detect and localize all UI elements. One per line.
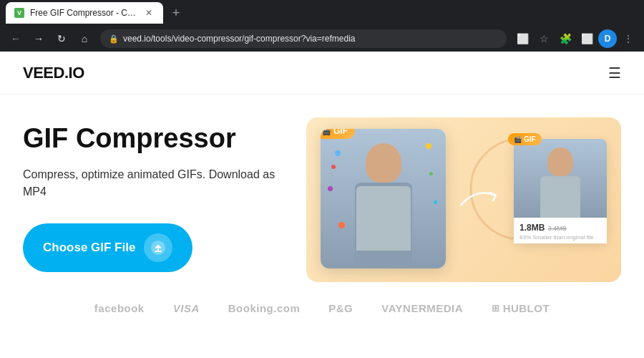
hero-title: GIF Compressor xyxy=(23,123,278,155)
brand-visa: VISA xyxy=(173,302,200,314)
more-options-icon[interactable]: ⋮ xyxy=(618,29,638,49)
browser-toolbar: ← → ↻ ⌂ 🔒 veed.io/tools/video-compressor… xyxy=(0,26,644,52)
confetti-6 xyxy=(434,200,437,204)
toolbar-actions: ⬜ ☆ 🧩 ⬜ D ⋮ xyxy=(512,29,638,49)
hero-description: Compress, optimize animated GIFs. Downlo… xyxy=(23,166,278,200)
url-text: veed.io/tools/video-compressor/gif-compr… xyxy=(123,34,355,44)
profile-avatar[interactable]: D xyxy=(598,29,617,48)
gif-badge-original: 🎬 GIF xyxy=(321,129,355,139)
upload-icon xyxy=(144,233,172,262)
new-tab-button[interactable]: + xyxy=(166,3,186,23)
confetti-1 xyxy=(335,150,341,156)
hero-image: 🎬 GIF xyxy=(306,117,621,282)
choose-gif-button[interactable]: Choose GIF File xyxy=(23,223,192,272)
cast-icon[interactable]: ⬜ xyxy=(512,29,532,49)
brand-facebook: facebook xyxy=(94,302,145,314)
size-label: 1.8MB 3.4MB 83% Smaller than original fi… xyxy=(514,218,607,243)
tab-bar: V Free GIF Compressor - Compress ✕ + xyxy=(0,0,644,26)
original-size: 3.4MB xyxy=(548,225,567,232)
small-person-head xyxy=(547,147,573,176)
refresh-button[interactable]: ↻ xyxy=(52,29,72,49)
browser-chrome: V Free GIF Compressor - Compress ✕ + ← →… xyxy=(0,0,644,52)
navbar: VEED.IO ☰ xyxy=(0,52,644,95)
active-tab[interactable]: V Free GIF Compressor - Compress ✕ xyxy=(6,2,163,24)
hero-left: GIF Compressor Compress, optimize animat… xyxy=(23,117,278,272)
lock-icon: 🔒 xyxy=(109,34,119,44)
confetti-7 xyxy=(338,222,345,228)
gif-badge-compressed: 🎬 GIF xyxy=(508,133,542,145)
tab-close-button[interactable]: ✕ xyxy=(143,7,155,19)
arrow-container xyxy=(457,188,499,212)
hero-section: GIF Compressor Compress, optimize animat… xyxy=(0,95,644,294)
bookmark-icon[interactable]: ☆ xyxy=(534,29,554,49)
page-content: VEED.IO ☰ GIF Compressor Compress, optim… xyxy=(0,52,644,358)
tab-title: Free GIF Compressor - Compress xyxy=(30,8,137,18)
brand-vaynermedia: VAYNERMEDIA xyxy=(381,302,463,314)
gif-person-image-small xyxy=(514,139,607,218)
choose-gif-label: Choose GIF File xyxy=(43,241,135,255)
tab-favicon: V xyxy=(14,8,24,18)
compressed-size: 1.8MB xyxy=(519,223,545,233)
size-description: 83% Smaller than original file xyxy=(519,234,601,241)
confetti-4 xyxy=(429,172,433,175)
home-button[interactable]: ⌂ xyxy=(74,29,94,49)
hublot-lines: ⊞ xyxy=(492,303,500,314)
confetti-2 xyxy=(331,165,336,169)
small-person-body xyxy=(540,176,580,218)
person-shirt xyxy=(356,186,411,251)
gif-card-compressed: 🎬 GIF 1.8MB 3.4MB 83% Smaller than origi… xyxy=(514,139,607,243)
extensions-icon[interactable]: 🧩 xyxy=(555,29,575,49)
site-logo: VEED.IO xyxy=(23,64,84,82)
back-button[interactable]: ← xyxy=(6,29,26,49)
confetti-3 xyxy=(426,143,431,149)
confetti-5 xyxy=(328,186,333,191)
brand-booking: Booking.com xyxy=(228,302,301,314)
gif-person-image-large xyxy=(321,129,446,268)
brand-hublot: ⊞ HUBLOT xyxy=(492,302,550,314)
brand-pg: P&G xyxy=(328,302,353,314)
gif-card-original: 🎬 GIF xyxy=(321,129,446,268)
brands-bar: facebook VISA Booking.com P&G VAYNERMEDI… xyxy=(0,294,644,314)
address-bar[interactable]: 🔒 veed.io/tools/video-compressor/gif-com… xyxy=(100,29,507,48)
forward-button[interactable]: → xyxy=(29,29,49,49)
profile-menu-icon[interactable]: ⬜ xyxy=(577,29,597,49)
person-head xyxy=(366,143,401,183)
menu-button[interactable]: ☰ xyxy=(608,64,621,82)
